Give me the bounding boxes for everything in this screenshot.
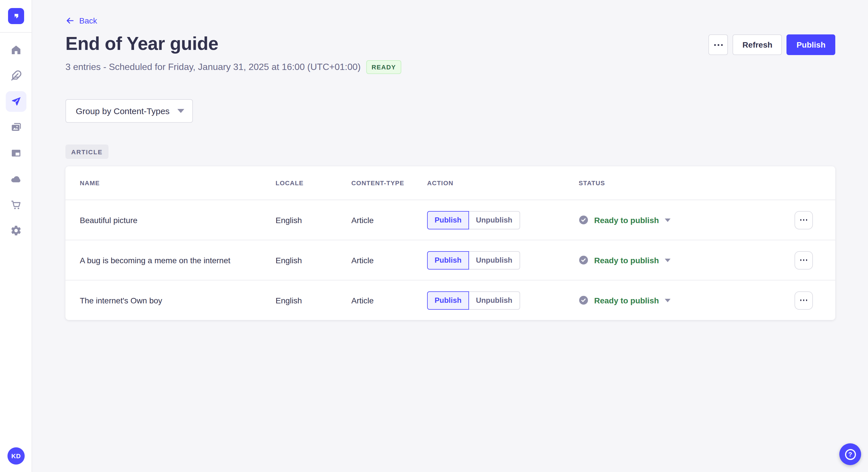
ellipsis-icon [800,300,802,301]
title-row: End of Year guide Refresh Publish [65,33,835,55]
status-label: Ready to publish [594,256,659,265]
sidebar-item-settings[interactable] [5,220,26,241]
back-link[interactable]: Back [65,16,97,25]
ellipsis-icon [800,220,802,221]
screen: KD Back End of Year guide Refresh Publis… [0,0,868,472]
table-header-row: NAME LOCALE CONTENT-TYPE ACTION STATUS [65,166,835,200]
sidebar-item-home[interactable] [5,40,26,60]
ready-status-badge: READY [366,60,401,74]
entry-locale-cell: English [276,296,351,305]
layout-icon [10,147,22,159]
question-circle-icon: ? [845,449,856,460]
status-dropdown[interactable]: Ready to publish [579,215,795,225]
chevron-down-icon [665,299,671,302]
column-header-name: NAME [80,179,276,187]
paper-plane-icon [10,96,22,107]
status-label: Ready to publish [594,296,659,305]
release-subtitle: 3 entries - Scheduled for Friday, Januar… [65,62,361,72]
entry-locale-cell: English [276,256,351,265]
page-title: End of Year guide [65,33,218,54]
cart-icon [10,199,22,210]
status-label: Ready to publish [594,215,659,225]
feather-icon [10,70,22,81]
strapi-logo-icon [11,11,21,21]
entry-locale-cell: English [276,215,351,225]
sidebar-item-marketplace[interactable] [5,194,26,215]
chevron-down-icon [665,258,671,262]
check-circle-icon [579,255,588,265]
action-segmented-control: Publish Unpublish [427,211,579,229]
row-publish-button[interactable]: Publish [427,291,469,309]
header-actions: Refresh Publish [709,34,835,55]
group-by-label: Group by Content-Types [76,106,169,116]
sidebar-item-releases[interactable] [5,91,26,112]
column-header-action: ACTION [427,179,579,187]
publish-release-button[interactable]: Publish [787,34,835,55]
row-unpublish-button[interactable]: Unpublish [468,211,520,229]
chevron-down-icon [177,109,184,113]
content-group-badge: ARTICLE [65,144,108,159]
entry-content-type-cell: Article [351,296,427,305]
refresh-button[interactable]: Refresh [733,34,782,55]
entry-name-cell: Beautiful picture [80,215,276,225]
images-icon [10,122,22,133]
ellipsis-icon [714,44,716,45]
strapi-admin-app: KD Back End of Year guide Refresh Publis… [0,0,868,472]
row-publish-button[interactable]: Publish [427,211,469,229]
arrow-left-icon [65,16,74,25]
table-row: A bug is becoming a meme on the internet… [65,240,835,280]
sidebar-item-content-type-builder[interactable] [5,65,26,86]
column-header-status: STATUS [579,179,795,187]
question-glyph: ? [848,451,852,458]
release-more-button[interactable] [709,34,728,55]
check-circle-icon [579,295,588,305]
sidebar-item-content-manager[interactable] [5,143,26,164]
ellipsis-icon [800,260,802,261]
status-dropdown[interactable]: Ready to publish [579,255,795,265]
row-unpublish-button[interactable]: Unpublish [468,291,520,309]
column-header-locale: LOCALE [276,179,351,187]
cloud-icon [10,173,22,185]
workspace-logo[interactable] [8,8,24,24]
action-segmented-control: Publish Unpublish [427,251,579,269]
group-by-select[interactable]: Group by Content-Types [65,99,193,123]
sidebar-item-deploy[interactable] [5,169,26,189]
action-segmented-control: Publish Unpublish [427,291,579,309]
row-more-button[interactable] [795,211,813,229]
check-circle-icon [579,215,588,225]
table-row: The internet's Own boy English Article P… [65,280,835,320]
table-row: Beautiful picture English Article Publis… [65,200,835,240]
status-dropdown[interactable]: Ready to publish [579,295,795,305]
logo-section [0,0,32,33]
user-avatar[interactable]: KD [7,447,25,465]
entry-content-type-cell: Article [351,215,427,225]
entry-name-cell: A bug is becoming a meme on the internet [80,256,276,265]
sidebar: KD [0,0,32,472]
subtitle-row: 3 entries - Scheduled for Friday, Januar… [65,60,835,74]
help-button[interactable]: ? [839,443,861,465]
row-more-button[interactable] [795,291,813,309]
column-header-content-type: CONTENT-TYPE [351,179,427,187]
sidebar-item-media-library[interactable] [5,117,26,138]
row-unpublish-button[interactable]: Unpublish [468,251,520,269]
gear-icon [10,225,22,236]
entry-name-cell: The internet's Own boy [80,296,276,305]
main-content: Back End of Year guide Refresh Publish 3… [32,0,868,472]
row-more-button[interactable] [795,251,813,269]
back-label: Back [79,16,97,25]
entry-content-type-cell: Article [351,256,427,265]
entries-table-card: NAME LOCALE CONTENT-TYPE ACTION STATUS B… [65,166,835,320]
home-icon [10,44,22,56]
chevron-down-icon [665,218,671,222]
sidebar-nav [5,40,26,241]
row-publish-button[interactable]: Publish [427,251,469,269]
